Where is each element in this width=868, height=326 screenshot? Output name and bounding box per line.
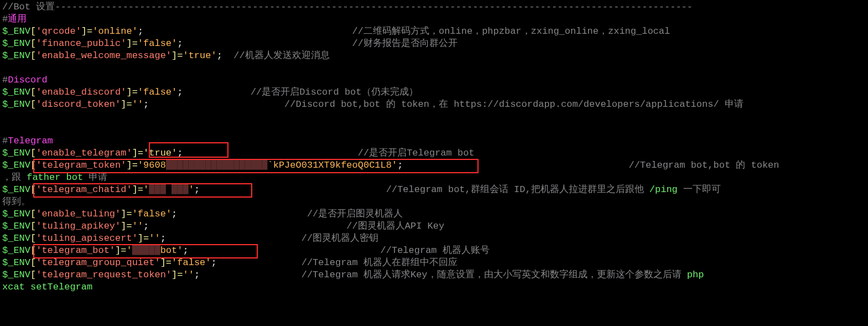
section-discord: Discord [8,75,47,85]
section-telegram: Telegram [8,136,53,146]
code-block: //Bot 设置--------------------------------… [0,0,868,293]
header-comment: //Bot 设置--------------------------------… [2,2,693,12]
section-general: 通用 [8,14,27,24]
